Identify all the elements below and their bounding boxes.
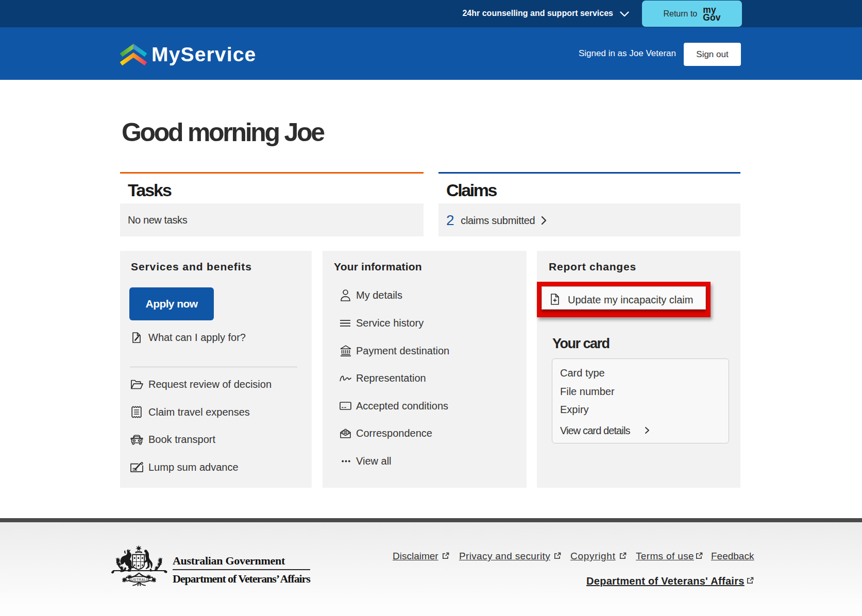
svg-text:AUSTRALIA: AUSTRALIA [128, 578, 150, 581]
